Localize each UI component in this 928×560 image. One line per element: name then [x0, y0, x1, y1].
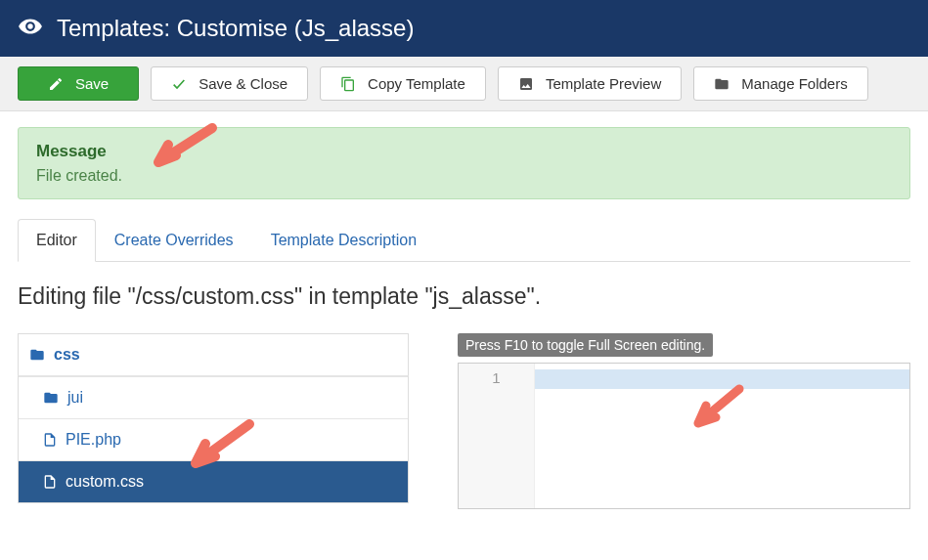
tree-folder-jui[interactable]: jui: [19, 376, 408, 418]
tab-template-description[interactable]: Template Description: [252, 219, 435, 262]
template-preview-label: Template Preview: [546, 75, 661, 92]
copy-icon: [340, 76, 356, 92]
copy-template-label: Copy Template: [368, 75, 465, 92]
manage-folders-label: Manage Folders: [741, 75, 847, 92]
folder-icon: [714, 76, 729, 92]
editor-hint: Press F10 to toggle Full Screen editing.: [458, 333, 713, 357]
tree-folder-jui-label: jui: [67, 389, 83, 407]
tree-folder-css-label: css: [54, 346, 80, 364]
eye-icon: [18, 14, 43, 43]
template-preview-button[interactable]: Template Preview: [498, 66, 682, 101]
tree-folder-css[interactable]: css: [18, 333, 409, 376]
editor-panes: css jui PIE.php custom.css: [18, 333, 910, 509]
tree-file-pie-php[interactable]: PIE.php: [19, 418, 408, 460]
file-icon: [42, 432, 58, 448]
tree-file-custom-css[interactable]: custom.css: [19, 460, 408, 502]
manage-folders-button[interactable]: Manage Folders: [693, 66, 867, 101]
current-line-highlight: [535, 369, 909, 389]
check-icon: [171, 76, 187, 92]
alert-title: Message: [36, 142, 892, 161]
content-area: Message File created. Editor Create Over…: [0, 111, 928, 525]
page-header: Templates: Customise (Js_alasse): [0, 0, 928, 57]
line-number: 1: [492, 369, 500, 386]
editing-file-heading: Editing file "/css/custom.css" in templa…: [18, 283, 910, 310]
code-editor-pane: Press F10 to toggle Full Screen editing.…: [458, 333, 910, 509]
save-close-label: Save & Close: [199, 75, 287, 92]
image-icon: [518, 76, 534, 92]
alert-success: Message File created.: [18, 127, 910, 199]
folder-open-icon: [28, 347, 46, 363]
alert-text: File created.: [36, 167, 892, 185]
tree-children: jui PIE.php custom.css: [18, 376, 409, 503]
code-body[interactable]: [535, 364, 909, 508]
file-icon: [42, 474, 58, 490]
tab-create-overrides[interactable]: Create Overrides: [96, 219, 252, 262]
folder-icon: [42, 390, 60, 406]
save-label: Save: [75, 75, 109, 92]
code-editor[interactable]: 1: [458, 363, 910, 509]
tree-file-custom-css-label: custom.css: [66, 473, 144, 491]
tab-editor[interactable]: Editor: [18, 219, 96, 262]
file-tree: css jui PIE.php custom.css: [18, 333, 409, 509]
page-title: Templates: Customise (Js_alasse): [57, 15, 414, 42]
toolbar: Save Save & Close Copy Template Template…: [0, 57, 928, 111]
save-close-button[interactable]: Save & Close: [151, 66, 308, 101]
copy-template-button[interactable]: Copy Template: [320, 66, 486, 101]
tree-file-pie-php-label: PIE.php: [66, 431, 121, 449]
tabs: Editor Create Overrides Template Descrip…: [18, 219, 910, 262]
save-button[interactable]: Save: [18, 66, 139, 101]
line-number-gutter: 1: [459, 364, 535, 508]
edit-icon: [48, 76, 64, 92]
